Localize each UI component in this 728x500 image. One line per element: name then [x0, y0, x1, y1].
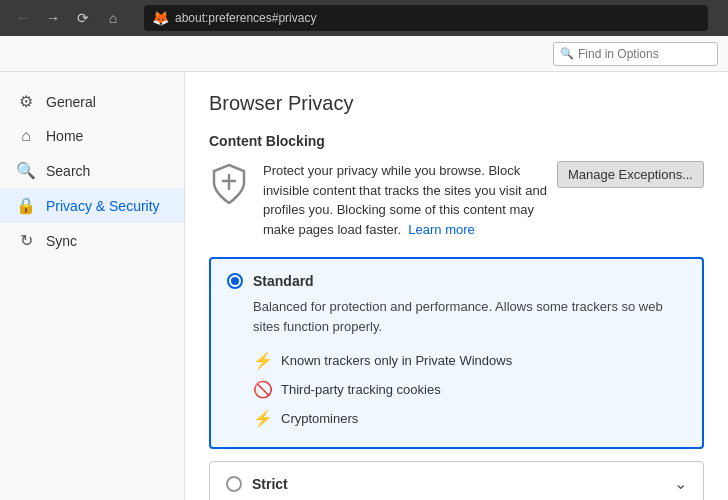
sidebar-item-sync[interactable]: ↻ Sync — [0, 223, 184, 258]
sidebar-label-search: Search — [46, 163, 90, 179]
back-button[interactable]: ← — [10, 5, 36, 31]
address-text: about:preferences#privacy — [175, 11, 316, 25]
blocking-description: Protect your privacy while you browse. B… — [263, 163, 547, 237]
browser-toolbar: 🔍 — [0, 36, 728, 72]
shield-icon-wrapper — [209, 161, 249, 207]
page-title: Browser Privacy — [209, 92, 704, 115]
feature-trackers-text: Known trackers only in Private Windows — [281, 353, 512, 368]
strict-option-left: Strict — [226, 476, 288, 492]
standard-description: Balanced for protection and performance.… — [227, 297, 686, 336]
manage-exceptions-button[interactable]: Manage Exceptions... — [557, 161, 704, 188]
sidebar-item-privacy[interactable]: 🔒 Privacy & Security — [0, 188, 184, 223]
main-layout: ⚙ General ⌂ Home 🔍 Search 🔒 Privacy & Se… — [0, 72, 728, 500]
cookie-icon: 🚫 — [253, 380, 273, 399]
strict-label: Strict — [252, 476, 288, 492]
strict-radio[interactable] — [226, 476, 242, 492]
sidebar-item-general[interactable]: ⚙ General — [0, 84, 184, 119]
feature-item-cookies: 🚫 Third-party tracking cookies — [253, 375, 686, 404]
sync-icon: ↻ — [16, 231, 36, 250]
nav-buttons: ← → ⟳ ⌂ — [10, 5, 126, 31]
feature-item-trackers: ⚡ Known trackers only in Private Windows — [253, 346, 686, 375]
lock-icon: 🔒 — [16, 196, 36, 215]
content-blocking-desc: Protect your privacy while you browse. B… — [209, 161, 547, 239]
find-options-input[interactable] — [578, 47, 711, 61]
crypto-icon: ⚡ — [253, 409, 273, 428]
home-button[interactable]: ⌂ — [100, 5, 126, 31]
sidebar-label-sync: Sync — [46, 233, 77, 249]
tracker-icon: ⚡ — [253, 351, 273, 370]
feature-cookies-text: Third-party tracking cookies — [281, 382, 441, 397]
manage-exceptions-wrapper: Manage Exceptions... — [557, 161, 704, 239]
standard-option-header: Standard — [227, 273, 686, 289]
standard-label: Standard — [253, 273, 314, 289]
shield-icon — [211, 163, 247, 205]
address-bar[interactable]: 🦊 about:preferences#privacy — [144, 5, 708, 31]
sidebar-item-home[interactable]: ⌂ Home — [0, 119, 184, 153]
sidebar: ⚙ General ⌂ Home 🔍 Search 🔒 Privacy & Se… — [0, 72, 185, 500]
sidebar-label-general: General — [46, 94, 96, 110]
search-icon: 🔍 — [16, 161, 36, 180]
standard-features: ⚡ Known trackers only in Private Windows… — [227, 346, 686, 433]
standard-radio[interactable] — [227, 273, 243, 289]
gear-icon: ⚙ — [16, 92, 36, 111]
forward-button[interactable]: → — [40, 5, 66, 31]
content-blocking-row: Protect your privacy while you browse. B… — [209, 161, 704, 239]
sidebar-item-search[interactable]: 🔍 Search — [0, 153, 184, 188]
learn-more-link[interactable]: Learn more — [408, 222, 474, 237]
feature-crypto-text: Cryptominers — [281, 411, 358, 426]
find-options-box[interactable]: 🔍 — [553, 42, 718, 66]
strict-option-header: Strict ⌄ — [226, 474, 687, 493]
standard-option-box: Standard Balanced for protection and per… — [209, 257, 704, 449]
sidebar-label-home: Home — [46, 128, 83, 144]
sidebar-label-privacy: Privacy & Security — [46, 198, 160, 214]
firefox-icon: 🦊 — [152, 10, 169, 26]
feature-item-crypto: ⚡ Cryptominers — [253, 404, 686, 433]
find-icon: 🔍 — [560, 47, 574, 60]
reload-button[interactable]: ⟳ — [70, 5, 96, 31]
browser-chrome: ← → ⟳ ⌂ 🦊 about:preferences#privacy — [0, 0, 728, 36]
blocking-text: Protect your privacy while you browse. B… — [263, 161, 547, 239]
main-content: Browser Privacy Content Blocking Protect… — [185, 72, 728, 500]
chevron-down-icon: ⌄ — [674, 474, 687, 493]
strict-option-box: Strict ⌄ Stronger protection, may cause … — [209, 461, 704, 500]
section-title-content-blocking: Content Blocking — [209, 133, 704, 149]
home-icon: ⌂ — [16, 127, 36, 145]
